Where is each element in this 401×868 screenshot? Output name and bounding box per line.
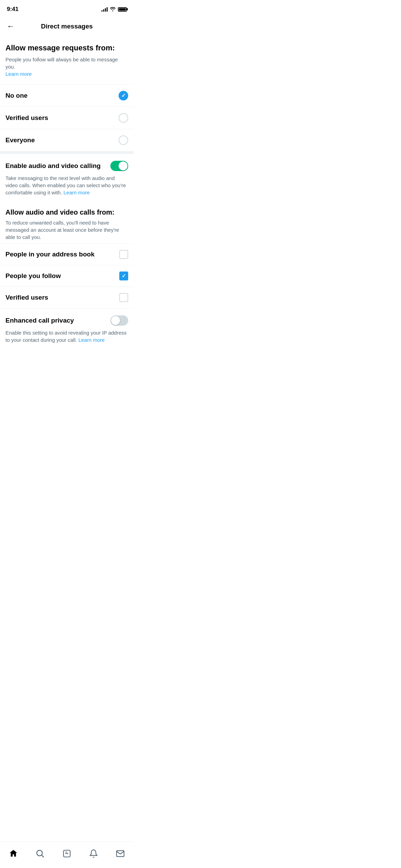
checkbox-address-book-btn[interactable] xyxy=(119,250,128,259)
allow-message-learn-more[interactable]: Learn more xyxy=(5,71,32,77)
checkbox-people-follow-btn[interactable] xyxy=(119,272,128,280)
option-no-one[interactable]: No one xyxy=(0,84,134,107)
enhanced-privacy-section: Enhanced call privacy Enable this settin… xyxy=(0,308,134,343)
enhanced-privacy-toggle[interactable] xyxy=(110,315,128,326)
enhanced-privacy-learn-more[interactable]: Learn more xyxy=(78,337,105,343)
option-verified-label: Verified users xyxy=(5,114,48,122)
radio-verified-users[interactable] xyxy=(119,113,128,123)
option-no-one-label: No one xyxy=(5,92,27,99)
checkbox-verified-users-calls[interactable]: Verified users xyxy=(0,287,134,308)
option-everyone-label: Everyone xyxy=(5,136,35,144)
back-arrow-icon: ← xyxy=(7,22,14,31)
enhanced-privacy-toggle-row: Enhanced call privacy xyxy=(5,315,128,326)
allow-message-description: People you follow will always be able to… xyxy=(5,56,128,77)
status-time: 9:41 xyxy=(7,6,19,13)
verified-users-calls-label: Verified users xyxy=(5,294,48,301)
section-divider xyxy=(0,151,134,154)
audio-video-toggle[interactable] xyxy=(110,161,128,171)
audio-video-learn-more[interactable]: Learn more xyxy=(63,190,90,195)
checkbox-address-book[interactable]: People in your address book xyxy=(0,243,134,265)
status-bar: 9:41 xyxy=(0,0,134,16)
battery-icon xyxy=(118,7,127,12)
address-book-label: People in your address book xyxy=(5,251,95,258)
wifi-icon xyxy=(110,7,116,12)
enhanced-privacy-label: Enhanced call privacy xyxy=(5,317,74,324)
option-verified-users[interactable]: Verified users xyxy=(0,107,134,129)
checkbox-verified-calls-btn[interactable] xyxy=(119,293,128,302)
toggle-knob xyxy=(119,161,127,170)
enhanced-privacy-knob xyxy=(111,316,120,325)
allow-message-section: Allow message requests from: People you … xyxy=(0,36,134,84)
checkbox-people-follow[interactable]: People you follow xyxy=(0,265,134,287)
audio-video-toggle-label: Enable audio and video calling xyxy=(5,162,110,170)
back-button[interactable]: ← xyxy=(5,21,16,32)
audio-video-toggle-row: Enable audio and video calling xyxy=(5,161,128,171)
page-title: Direct messages xyxy=(41,23,93,30)
bottom-spacer xyxy=(0,343,134,374)
radio-no-one[interactable] xyxy=(119,91,128,100)
allow-calls-description: To reduce unwanted calls, you'll need to… xyxy=(0,219,134,243)
allow-calls-title: Allow audio and video calls from: xyxy=(0,203,134,219)
audio-video-section: Enable audio and video calling Take mess… xyxy=(0,154,134,203)
page-header: ← Direct messages xyxy=(0,16,134,36)
option-everyone[interactable]: Everyone xyxy=(0,129,134,151)
main-content: Allow message requests from: People you … xyxy=(0,36,134,374)
signal-icon xyxy=(101,7,108,12)
audio-video-description: Take messaging to the next level with au… xyxy=(5,174,128,196)
enhanced-privacy-description: Enable this setting to avoid revealing y… xyxy=(5,329,128,343)
people-follow-label: People you follow xyxy=(5,272,61,280)
radio-everyone[interactable] xyxy=(119,135,128,145)
allow-message-title: Allow message requests from: xyxy=(5,43,128,53)
status-icons xyxy=(101,7,127,12)
